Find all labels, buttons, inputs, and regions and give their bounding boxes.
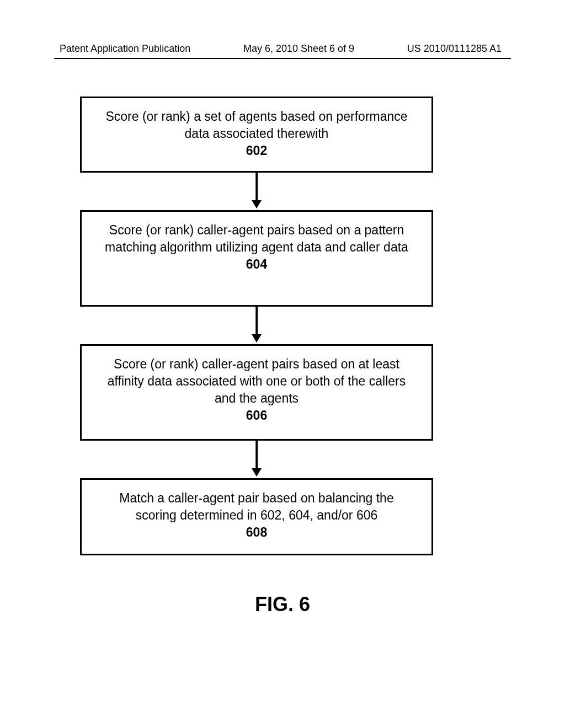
step-text: Score (or rank) caller-agent pairs based… — [108, 357, 406, 405]
figure-label: FIG. 6 — [0, 593, 565, 616]
arrow-head-icon — [252, 468, 262, 477]
flowchart-arrow — [80, 307, 433, 344]
flowchart-arrow — [80, 173, 433, 210]
header-divider — [54, 58, 511, 59]
arrow-line — [255, 173, 258, 201]
step-number: 606 — [246, 408, 267, 422]
step-text: Score (or rank) a set of agents based on… — [105, 109, 407, 141]
step-number: 608 — [246, 525, 267, 539]
flowchart-step-602: Score (or rank) a set of agents based on… — [80, 97, 433, 173]
arrow-head-icon — [252, 334, 262, 342]
arrow-line — [255, 307, 258, 335]
flowchart-arrow — [80, 441, 433, 478]
step-text: Match a caller-agent pair based on balan… — [119, 491, 393, 522]
step-number: 602 — [246, 143, 267, 158]
step-text: Score (or rank) caller-agent pairs based… — [105, 223, 408, 254]
arrow-line — [255, 441, 258, 469]
flowchart-step-606: Score (or rank) caller-agent pairs based… — [80, 344, 433, 441]
flowchart-step-604: Score (or rank) caller-agent pairs based… — [80, 210, 433, 307]
header-publication-number: US 2010/0111285 A1 — [407, 43, 502, 55]
flowchart: Score (or rank) a set of agents based on… — [80, 97, 433, 555]
flowchart-step-608: Match a caller-agent pair based on balan… — [80, 478, 433, 555]
arrow-head-icon — [252, 200, 262, 208]
header-date-sheet: May 6, 2010 Sheet 6 of 9 — [243, 43, 354, 55]
step-number: 604 — [246, 257, 267, 271]
header-publication-type: Patent Application Publication — [60, 43, 190, 55]
page-header: Patent Application Publication May 6, 20… — [0, 43, 565, 55]
